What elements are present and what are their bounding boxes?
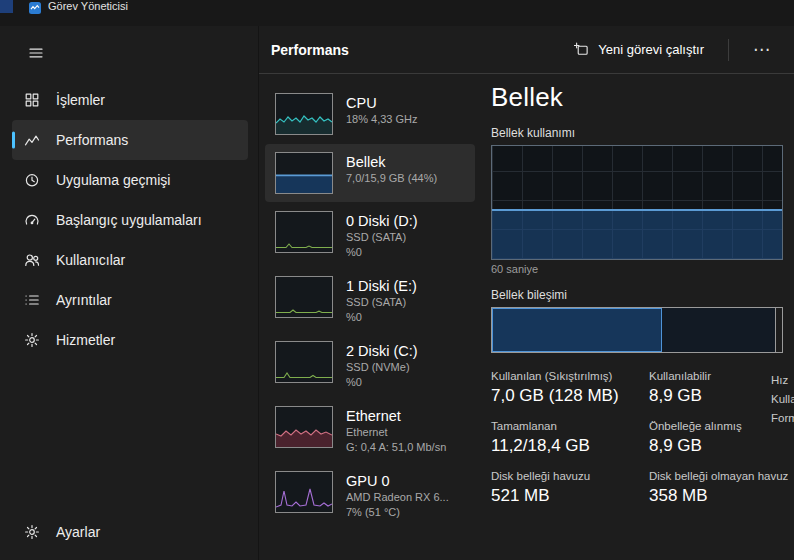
- perf-item-title: CPU: [346, 94, 418, 112]
- perf-item-sub: SSD (SATA): [346, 295, 417, 310]
- titlebar: Görev Yöneticisi: [0, 0, 794, 26]
- header-divider: [728, 39, 729, 61]
- memory-composition-bar: [491, 307, 783, 353]
- memory-usage-chart: [491, 145, 783, 260]
- perf-item-title: 1 Diski (E:): [346, 277, 417, 295]
- memory-composition-label: Bellek bileşimi: [491, 288, 794, 302]
- run-new-task-label: Yeni görevi çalıştır: [598, 42, 704, 57]
- sidebar: İşlemler Performans Uygulama geçmişi: [0, 26, 258, 560]
- performance-list: CPU 18% 4,33 GHz B: [259, 74, 481, 560]
- background-window-fragment: [0, 0, 13, 13]
- cpu-sparkline: [275, 93, 333, 135]
- sidebar-item-label: Kullanıcılar: [56, 252, 125, 268]
- composition-segment: [776, 308, 782, 352]
- ethernet-sparkline: [275, 406, 333, 448]
- perf-item-gpu0[interactable]: GPU 0 AMD Radeon RX 6... 7% (51 °C): [265, 463, 475, 527]
- sidebar-item-label: Ayarlar: [56, 524, 100, 540]
- stat-non-paged-pool: Disk belleği olmayan havuz 358 MB: [649, 470, 794, 506]
- sidebar-item-label: Ayrıntılar: [56, 292, 112, 308]
- stat-paged-pool: Disk belleği havuzu 521 MB: [491, 470, 649, 506]
- stat-value: 7,0 GB (128 MB): [491, 386, 649, 406]
- sidebar-item-label: Başlangıç uygulamaları: [56, 212, 202, 228]
- selected-accent-bar: [12, 132, 15, 149]
- sidebar-item-label: Hizmetler: [56, 332, 115, 348]
- hamburger-menu-button[interactable]: [18, 38, 54, 68]
- perf-item-sub: %0: [346, 310, 417, 325]
- memory-sparkline: [275, 152, 333, 194]
- perf-item-sub: SSD (SATA): [346, 230, 418, 245]
- stat-label: Form faktörü: [771, 409, 794, 428]
- performance-icon: [24, 132, 40, 148]
- task-manager-app-icon: [29, 0, 41, 12]
- perf-item-cpu[interactable]: CPU 18% 4,33 GHz: [265, 85, 475, 143]
- stat-in-use: Kullanılan (Sıkıştırılmış) 7,0 GB (128 M…: [491, 370, 649, 406]
- perf-item-disk2[interactable]: 2 Diski (C:) SSD (NVMe) %0: [265, 333, 475, 397]
- gpu-sparkline: [275, 471, 333, 513]
- sidebar-item-startup-apps[interactable]: Başlangıç uygulamaları: [12, 200, 248, 240]
- sidebar-item-app-history[interactable]: Uygulama geçmişi: [12, 160, 248, 200]
- window-title: Görev Yöneticisi: [48, 0, 128, 13]
- perf-item-sub: G: 0,4 A: 51,0 Mb/sn: [346, 440, 446, 455]
- memory-usage-label: Bellek kullanımı: [491, 126, 794, 140]
- run-new-task-button[interactable]: Yeni görevi çalıştır: [564, 35, 714, 64]
- stat-label: Disk belleği olmayan havuz: [649, 470, 794, 482]
- stat-committed: Tamamlanan 11,2/18,4 GB: [491, 420, 649, 456]
- perf-item-title: GPU 0: [346, 472, 449, 490]
- sidebar-item-performance[interactable]: Performans: [12, 120, 248, 160]
- stat-label: Kullanılan (Sıkıştırılmış): [491, 370, 649, 382]
- sidebar-item-label: Uygulama geçmişi: [56, 172, 170, 188]
- app-history-icon: [24, 172, 40, 188]
- sidebar-item-processes[interactable]: İşlemler: [12, 80, 248, 120]
- perf-item-disk1[interactable]: 1 Diski (E:) SSD (SATA) %0: [265, 268, 475, 332]
- stat-value: 11,2/18,4 GB: [491, 436, 649, 456]
- sidebar-item-details[interactable]: Ayrıntılar: [12, 280, 248, 320]
- processes-icon: [24, 92, 40, 108]
- startup-apps-icon: [24, 212, 40, 228]
- users-icon: [24, 252, 40, 268]
- perf-item-sub: 7,0/15,9 GB (44%): [346, 171, 437, 186]
- disk2-sparkline: [275, 341, 333, 383]
- sidebar-item-services[interactable]: Hizmetler: [12, 320, 248, 360]
- page-title: Performans: [271, 42, 349, 58]
- perf-item-sub: Ethernet: [346, 425, 446, 440]
- perf-item-title: Ethernet: [346, 407, 446, 425]
- stat-label: Tamamlanan: [491, 420, 649, 432]
- perf-item-title: 2 Diski (C:): [346, 342, 418, 360]
- perf-item-title: Bellek: [346, 153, 437, 171]
- stat-label: Kullanılan yuva sayısı: [771, 390, 794, 409]
- sidebar-item-settings[interactable]: Ayarlar: [12, 512, 248, 552]
- settings-gear-icon: [24, 524, 40, 540]
- new-task-icon: [574, 42, 589, 57]
- composition-segment: [662, 308, 777, 352]
- sidebar-item-label: Performans: [56, 132, 128, 148]
- stat-label: Hız: [771, 371, 794, 390]
- disk0-sparkline: [275, 211, 333, 253]
- stat-label: Disk belleği havuzu: [491, 470, 649, 482]
- perf-item-sub: %0: [346, 245, 418, 260]
- perf-item-sub: AMD Radeon RX 6...: [346, 490, 449, 505]
- time-axis-label: 60 saniye: [491, 263, 794, 275]
- detail-title: Bellek: [491, 82, 794, 113]
- more-options-button[interactable]: ⋯: [743, 35, 780, 64]
- perf-item-memory[interactable]: Bellek 7,0/15,9 GB (44%): [265, 144, 475, 202]
- stat-value: 358 MB: [649, 486, 794, 506]
- memory-stats-grid: Kullanılan (Sıkıştırılmış) 7,0 GB (128 M…: [491, 370, 794, 506]
- memory-detail-panel: Bellek Bellek kullanımı 60 saniye Bellek…: [481, 74, 794, 560]
- sidebar-item-users[interactable]: Kullanıcılar: [12, 240, 248, 280]
- stat-value: 521 MB: [491, 486, 649, 506]
- memory-usage-fill: [492, 209, 782, 259]
- composition-segment: [492, 308, 662, 352]
- perf-item-sub: 18% 4,33 GHz: [346, 112, 418, 127]
- task-manager-window: Görev Yöneticisi İşlemler: [0, 0, 794, 560]
- stat-value: 8,9 GB: [649, 436, 794, 456]
- perf-item-disk0[interactable]: 0 Diski (D:) SSD (SATA) %0: [265, 203, 475, 267]
- services-icon: [24, 332, 40, 348]
- perf-item-ethernet[interactable]: Ethernet Ethernet G: 0,4 A: 51,0 Mb/sn: [265, 398, 475, 462]
- details-icon: [24, 292, 40, 308]
- sidebar-nav-list: İşlemler Performans Uygulama geçmişi: [0, 80, 258, 360]
- perf-item-title: 0 Diski (D:): [346, 212, 418, 230]
- perf-item-sub: %0: [346, 375, 418, 390]
- disk1-sparkline: [275, 276, 333, 318]
- content-header: Performans Yeni görevi çalıştır ⋯: [259, 26, 794, 74]
- perf-item-sub: 7% (51 °C): [346, 505, 449, 520]
